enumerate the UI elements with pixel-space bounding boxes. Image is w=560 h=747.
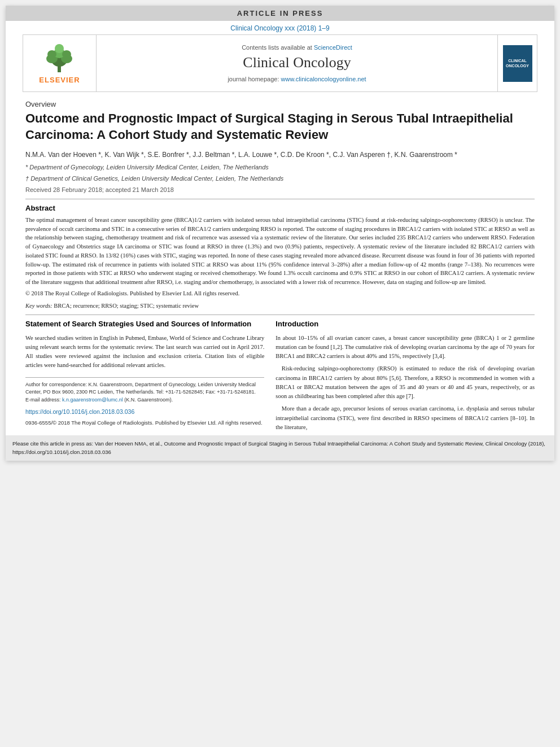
divider-2 [25, 314, 535, 315]
search-strategies-title: Statement of Search Strategies Used and … [25, 320, 264, 329]
journal-citation: Clinical Oncology xxx (2018) 1–9 [6, 21, 554, 34]
journal-homepage-link[interactable]: www.clinicaloncologyonline.net [281, 76, 366, 82]
section-overview-label: Overview [25, 100, 535, 108]
elsevier-logo-box: ELSEVIER [23, 35, 97, 91]
journal-homepage-line: journal homepage: www.clinicaloncologyon… [228, 76, 366, 82]
journal-logo-box: CLINICALONCOLOGY [503, 45, 532, 82]
introduction-text: In about 10–15% of all ovarian cancer ca… [275, 334, 535, 433]
journal-title-header: Clinical Oncology [243, 54, 351, 71]
left-column: Statement of Search Strategies Used and … [25, 320, 264, 436]
abstract-section: Abstract The optimal management of breas… [25, 204, 535, 309]
sciencedirect-line: Contents lists available at ScienceDirec… [242, 44, 352, 51]
journal-header-center: Contents lists available at ScienceDirec… [97, 35, 497, 91]
email-note: (K.N. Gaarenstroom). [124, 397, 173, 403]
elsevier-tree-icon [40, 43, 79, 74]
abstract-text: The optimal management of breast cancer … [25, 216, 535, 287]
keywords-line: Key words: BRCA; recurrence; RRSO; stagi… [25, 303, 535, 309]
copyright-line: © 2018 The Royal College of Radiologists… [25, 289, 535, 298]
keywords-text: BRCA; recurrence; RRSO; staging; STIC; s… [54, 303, 199, 309]
two-column-body: Statement of Search Strategies Used and … [25, 320, 535, 436]
svg-point-7 [55, 44, 64, 53]
author-for-correspondence-label: Author for correspondence: [25, 382, 87, 387]
footnote-area: Author for correspondence: K.N. Gaarenst… [25, 377, 264, 404]
svg-point-5 [47, 50, 56, 58]
footnote-text: Author for correspondence: K.N. Gaarenst… [25, 381, 264, 404]
introduction-title: Introduction [275, 320, 535, 329]
email-label: E-mail address: [25, 397, 61, 403]
article-title: Outcome and Prognostic Impact of Surgica… [25, 111, 535, 143]
journal-header-right: CLINICALONCOLOGY [497, 35, 537, 91]
article-in-press-banner: ARTICLE IN PRESS [6, 6, 554, 21]
doi-link[interactable]: https://doi.org/10.1016/j.clon.2018.03.0… [25, 408, 264, 415]
keywords-label: Key words: [25, 303, 53, 309]
affiliation-1: * Department of Gynecology, Leiden Unive… [25, 163, 535, 172]
elsevier-label: ELSEVIER [39, 76, 80, 84]
citation-box: Please cite this article in press as: Va… [6, 435, 554, 461]
email-link[interactable]: k.n.gaarenstroom@lumc.nl [62, 397, 123, 403]
sciencedirect-link[interactable]: ScienceDirect [314, 44, 352, 51]
abstract-title: Abstract [25, 204, 535, 212]
journal-logo-text: CLINICALONCOLOGY [506, 58, 529, 68]
affiliation-2: † Department of Clinical Genetics, Leide… [25, 174, 535, 183]
journal-header: ELSEVIER Contents lists available at Sci… [23, 34, 537, 92]
divider-1 [25, 199, 535, 199]
received-line: Received 28 February 2018; accepted 21 M… [25, 186, 535, 193]
search-strategies-text: We searched studies written in English i… [25, 334, 264, 370]
right-column: Introduction In about 10–15% of all ovar… [275, 320, 535, 436]
svg-point-6 [62, 50, 71, 58]
authors-line: N.M.A. Van der Hoeven *, K. Van Wijk *, … [25, 150, 535, 160]
bottom-info: 0936-6555/© 2018 The Royal College of Ra… [25, 420, 264, 426]
